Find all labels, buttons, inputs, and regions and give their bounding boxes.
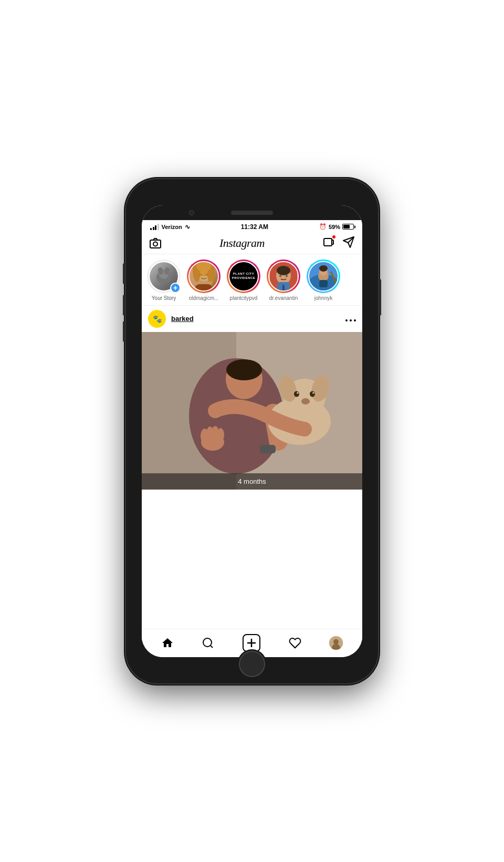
svg-rect-31 — [319, 280, 328, 287]
johnnyk-ring — [307, 259, 340, 293]
svg-point-17 — [205, 274, 208, 276]
svg-point-51 — [310, 391, 315, 397]
notification-dot — [332, 235, 336, 239]
speaker — [231, 211, 273, 215]
camera-dot — [189, 210, 194, 215]
svg-point-65 — [333, 639, 339, 645]
drevan-avatar-img — [269, 262, 298, 290]
wifi-icon: ∿ — [185, 223, 190, 231]
ig-header-icons — [322, 236, 355, 251]
signal-bar-4 — [158, 224, 159, 230]
your-story-label: Your Story — [152, 295, 176, 301]
svg-rect-25 — [282, 285, 285, 292]
more-icon — [345, 319, 356, 321]
outdoor-avatar — [310, 261, 337, 292]
johnnyk-avatar-img — [309, 262, 338, 290]
battery-percent: 59% — [329, 224, 340, 230]
status-bar: Verizon ∿ 11:32 AM ⏰ 59% — [142, 220, 362, 233]
post-caption-bar: 4 months — [142, 473, 362, 490]
svg-rect-18 — [195, 284, 212, 292]
plantcity-text-1: PLANT CITY — [233, 272, 254, 276]
svg-point-35 — [350, 319, 352, 321]
plantcity-label: plantcitypvd — [230, 295, 258, 301]
oldmagicm-avatar — [188, 261, 219, 292]
status-left: Verizon ∿ — [150, 223, 190, 231]
svg-point-53 — [312, 392, 314, 394]
svg-point-15 — [196, 261, 211, 272]
svg-rect-0 — [150, 240, 161, 248]
svg-rect-2 — [324, 238, 332, 246]
post-more-button[interactable] — [345, 313, 356, 324]
svg-point-49 — [301, 398, 310, 404]
svg-point-34 — [345, 319, 348, 321]
nav-heart-button[interactable] — [289, 637, 301, 649]
your-story-img — [153, 266, 174, 287]
nav-profile-button[interactable] — [329, 636, 343, 650]
oldmagicm-avatar-img — [190, 262, 218, 290]
nav-search-button[interactable] — [202, 637, 214, 649]
profile-avatar-img — [329, 636, 343, 650]
signal-bar-3 — [155, 225, 156, 230]
svg-point-50 — [294, 391, 299, 397]
alarm-icon: ⏰ — [319, 223, 327, 230]
post-avatar[interactable]: 🐾 — [148, 310, 166, 328]
svg-point-33 — [335, 285, 337, 287]
plantcity-avatar-wrapper: PLANT CITY PROVIDENCE — [227, 259, 260, 293]
johnnyk-label: johnnyk — [314, 295, 332, 301]
oldmagicm-label: oldmagicm... — [189, 295, 219, 301]
plantcity-ring: PLANT CITY PROVIDENCE — [227, 259, 260, 293]
search-icon — [202, 637, 214, 649]
nav-home-button[interactable] — [161, 637, 174, 649]
story-item-oldmagicm[interactable]: oldmagicm... — [186, 259, 222, 301]
send-button[interactable] — [342, 236, 355, 251]
plantcity-text-2: PROVIDENCE — [232, 276, 256, 281]
drevan-ring — [267, 259, 300, 293]
camera-icon — [149, 237, 162, 250]
post-user-info: 🐾 barked — [148, 310, 194, 328]
camera-button[interactable] — [149, 237, 162, 250]
ig-logo: Instagram — [219, 236, 265, 250]
carrier-label: Verizon — [162, 224, 182, 230]
story-item-johnnyk[interactable]: johnnyk — [306, 259, 341, 301]
svg-point-1 — [153, 242, 158, 246]
svg-point-58 — [217, 428, 224, 442]
plantcity-avatar-img: PLANT CITY PROVIDENCE — [229, 262, 258, 290]
plus-icon — [247, 638, 256, 648]
battery-icon — [342, 224, 354, 230]
post-scene — [142, 332, 362, 490]
drevan-avatar — [268, 261, 299, 292]
phone-screen-wrapper: Verizon ∿ 11:32 AM ⏰ 59% — [142, 205, 362, 657]
your-story-avatar-wrapper: + — [147, 259, 181, 293]
svg-rect-3 — [332, 240, 333, 244]
story-item-drevanantin[interactable]: dr.evanantin — [266, 259, 301, 301]
status-time: 11:32 AM — [241, 223, 268, 231]
drevan-label: dr.evanantin — [269, 295, 298, 301]
phone-frame: Verizon ∿ 11:32 AM ⏰ 59% — [126, 179, 378, 683]
status-right: ⏰ 59% — [319, 223, 354, 230]
oldmagicm-avatar-wrapper — [187, 259, 220, 293]
send-icon — [342, 236, 355, 248]
signal-bar-1 — [150, 228, 152, 230]
igtv-button[interactable] — [322, 236, 335, 251]
screen-content: Verizon ∿ 11:32 AM ⏰ 59% — [142, 220, 362, 657]
svg-rect-59 — [260, 445, 276, 453]
svg-point-30 — [319, 265, 328, 272]
johnnyk-avatar — [308, 261, 339, 292]
home-button[interactable] — [239, 651, 265, 677]
story-item-plantcitypvd[interactable]: PLANT CITY PROVIDENCE plantcitypvd — [226, 259, 261, 301]
svg-line-61 — [211, 646, 213, 648]
nav-profile-avatar — [329, 636, 343, 650]
heart-icon — [289, 637, 301, 649]
post-header: 🐾 barked — [142, 306, 362, 332]
home-icon — [161, 637, 174, 649]
svg-point-36 — [354, 319, 356, 321]
signal-bar-2 — [153, 227, 154, 230]
story-item-your-story[interactable]: + Your Story — [146, 259, 182, 301]
add-story-button[interactable]: + — [170, 283, 181, 293]
post-username[interactable]: barked — [171, 315, 194, 323]
nav-add-button[interactable] — [243, 634, 260, 652]
post-image: 4 months — [142, 332, 362, 490]
svg-point-52 — [297, 392, 299, 394]
oldmagicm-ring — [187, 259, 220, 293]
post-caption-text: 4 months — [238, 477, 266, 485]
